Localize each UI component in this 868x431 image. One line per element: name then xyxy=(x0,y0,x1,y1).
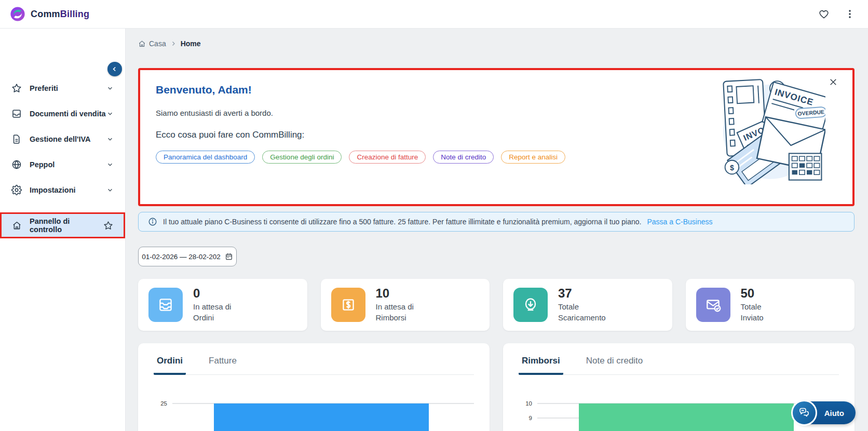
gear-icon xyxy=(11,185,22,195)
chart-tabs: Ordini Fatture xyxy=(154,356,474,375)
chevron-down-icon xyxy=(106,136,114,143)
chip-note-di-credito[interactable]: Note di credito xyxy=(433,151,494,164)
sidebar-item-preferiti[interactable]: Preferiti xyxy=(0,79,125,98)
chip-report-analisi[interactable]: Report e analisi xyxy=(501,151,565,164)
welcome-lead: Ecco cosa puoi fare con CommBilling: xyxy=(156,130,837,140)
inbox-icon xyxy=(11,109,22,119)
sidebar-item-label: Documenti di vendita xyxy=(30,110,106,118)
date-range-picker[interactable]: 01-02-2026 — 28-02-202 xyxy=(138,247,237,266)
chevron-down-icon xyxy=(106,186,114,194)
document-icon xyxy=(11,134,22,144)
stat-label: In attesa diRimborsi xyxy=(376,302,414,323)
stat-card-scaricamento: 37 TotaleScaricamento xyxy=(503,279,672,331)
close-icon[interactable] xyxy=(829,77,838,87)
chevron-left-icon xyxy=(111,65,118,73)
sidebar: Preferiti Documenti di vendita Gestione … xyxy=(0,29,126,431)
stat-card-ordini: 0 In attesa diOrdini xyxy=(138,279,307,331)
calendar-icon xyxy=(225,252,233,261)
breadcrumb-item-casa[interactable]: Casa xyxy=(138,39,166,48)
plan-alert-text: Il tuo attuale piano C-Business ti conse… xyxy=(163,218,641,226)
home-icon xyxy=(12,221,22,231)
annotation-highlight-sidebar: Pannello di controllo xyxy=(0,212,125,238)
chart-panel-ordini: Ordini Fatture 25 xyxy=(138,343,490,431)
chevron-down-icon xyxy=(106,161,114,168)
sidebar-item-label: Pannello di controllo xyxy=(30,217,103,234)
sidebar-collapse-button[interactable] xyxy=(107,62,122,76)
stat-card-inviato: 50 TotaleInviato xyxy=(686,279,855,331)
chart-tabs: Rimborsi Note di credito xyxy=(519,356,839,375)
annotation-highlight-welcome-banner: Benvenuto, Adam! Siamo entusiasti di ave… xyxy=(138,68,855,206)
sidebar-item-label: Gestione dell'IVA xyxy=(30,135,106,143)
breadcrumb: Casa Home xyxy=(138,37,855,50)
sidebar-item-documenti-di-vendita[interactable]: Documenti di vendita xyxy=(0,104,125,123)
stat-value: 37 xyxy=(558,287,606,300)
chevron-right-icon xyxy=(170,41,177,47)
app-logo[interactable]: CommBilling xyxy=(9,6,89,22)
breadcrumb-label: Casa xyxy=(149,39,166,48)
chevron-down-icon xyxy=(106,110,114,117)
chat-icon xyxy=(791,400,817,426)
download-icon xyxy=(513,288,548,322)
bar-rimborsi xyxy=(579,403,793,431)
mail-check-icon xyxy=(696,288,730,322)
tab-fatture[interactable]: Fatture xyxy=(206,356,240,375)
top-header: CommBilling xyxy=(0,0,868,29)
stat-label: In attesa diOrdini xyxy=(193,302,231,323)
feature-chips: Panoramica del dashboard Gestione degli … xyxy=(156,151,837,164)
heart-icon[interactable] xyxy=(818,8,830,20)
bar-chart-ordini: 25 xyxy=(154,385,474,431)
upgrade-plan-link[interactable]: Passa a C-Business xyxy=(647,218,712,226)
sidebar-item-label: Peppol xyxy=(30,160,106,169)
sidebar-item-label: Impostazioni xyxy=(30,186,106,194)
help-button[interactable]: Aiuto xyxy=(794,401,856,424)
tab-rimborsi[interactable]: Rimborsi xyxy=(519,356,563,375)
logo-text: CommBilling xyxy=(31,9,89,20)
charts-row: Ordini Fatture 25 Rimborsi Note di credi… xyxy=(138,343,855,431)
kebab-menu-icon[interactable] xyxy=(845,9,855,19)
dollar-square-icon xyxy=(331,288,365,322)
help-label: Aiuto xyxy=(824,409,844,417)
chip-panoramica-dashboard[interactable]: Panoramica del dashboard xyxy=(156,151,255,164)
stat-value: 0 xyxy=(193,287,231,300)
bar-ordini xyxy=(214,403,428,431)
date-range-value: 01-02-2026 — 28-02-202 xyxy=(142,253,221,261)
stat-label: TotaleScaricamento xyxy=(558,302,606,323)
sidebar-item-label: Preferiti xyxy=(30,84,106,92)
tab-note-di-credito[interactable]: Note di credito xyxy=(583,356,646,375)
star-icon xyxy=(11,83,22,93)
sidebar-item-impostazioni[interactable]: Impostazioni xyxy=(0,181,125,199)
inbox-tray-icon xyxy=(148,288,183,322)
info-icon xyxy=(148,217,157,226)
breadcrumb-current: Home xyxy=(181,39,201,48)
y-axis-tick: 9 xyxy=(519,415,532,421)
star-icon[interactable] xyxy=(103,221,113,231)
sidebar-item-peppol[interactable]: Peppol xyxy=(0,155,125,174)
chip-gestione-ordini[interactable]: Gestione degli ordini xyxy=(262,151,342,164)
tab-ordini[interactable]: Ordini xyxy=(154,356,186,375)
welcome-subtitle: Siamo entusiasti di averti a bordo. xyxy=(156,109,837,117)
main-content: Casa Home Benvenuto, Adam! Siamo entusia… xyxy=(126,29,868,431)
sidebar-item-gestione-iva[interactable]: Gestione dell'IVA xyxy=(0,130,125,149)
chevron-down-icon xyxy=(106,85,114,92)
chip-creazione-fatture[interactable]: Creazione di fatture xyxy=(349,151,426,164)
stats-row: 0 In attesa diOrdini 10 In attesa diRimb… xyxy=(138,279,855,331)
svg-text:$: $ xyxy=(730,164,734,172)
y-axis-tick: 25 xyxy=(154,400,167,407)
logo-swirl-icon xyxy=(9,6,26,22)
plan-alert-banner: Il tuo attuale piano C-Business ti conse… xyxy=(138,212,855,232)
stat-value: 50 xyxy=(741,287,764,300)
globe-icon xyxy=(11,159,22,170)
sidebar-item-pannello-di-controllo[interactable]: Pannello di controllo xyxy=(2,214,124,237)
welcome-title: Benvenuto, Adam! xyxy=(156,84,837,96)
y-axis-tick: 10 xyxy=(519,400,532,407)
welcome-banner: Benvenuto, Adam! Siamo entusiasti di ave… xyxy=(140,70,852,204)
bar-chart-rimborsi: 10 9 xyxy=(519,385,839,431)
stat-value: 10 xyxy=(376,287,414,300)
stat-label: TotaleInviato xyxy=(741,302,764,323)
stat-card-rimborsi: 10 In attesa diRimborsi xyxy=(321,279,490,331)
home-icon xyxy=(138,40,146,48)
